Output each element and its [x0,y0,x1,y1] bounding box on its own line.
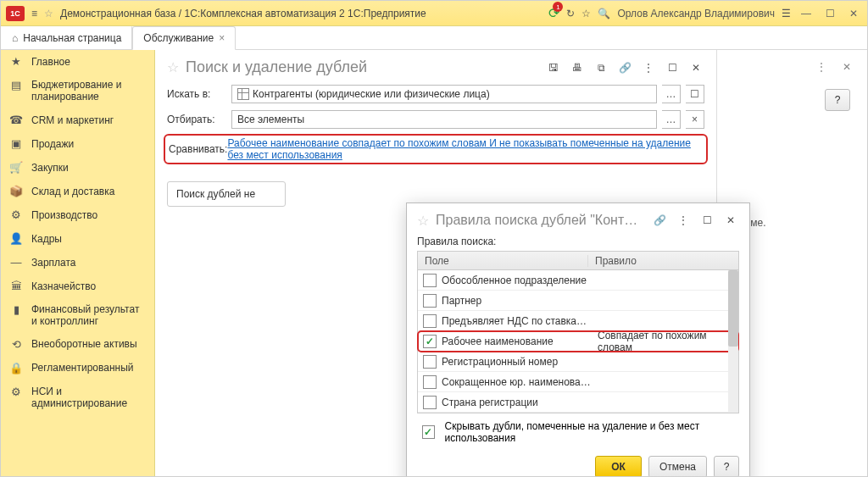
filter-input[interactable]: Все элементы [231,110,657,129]
page-help-button[interactable]: ? [825,89,850,111]
dialog-close-icon[interactable]: ✕ [722,212,739,229]
rule-checkbox[interactable] [423,355,437,369]
star-icon[interactable]: ☆ [581,8,591,19]
sidebar: ★Главное▤Бюджетирование и планирование☎C… [1,50,155,476]
sidebar-icon: 🔒 [9,362,23,375]
rule-rule: Совпадает по похожим словам [591,330,738,353]
sidebar-item[interactable]: ▤Бюджетирование и планирование [1,74,154,108]
rule-row[interactable]: Регистрационный номер [418,352,738,372]
rule-field: Страна регистрации [442,397,591,408]
panel-close-icon[interactable]: ✕ [687,59,704,76]
sidebar-item[interactable]: 🏛Казначейство [1,275,154,298]
sidebar-icon: ★ [9,55,23,69]
dialog-help-button[interactable]: ? [714,456,739,477]
rule-row[interactable]: Страна регистрации [418,392,738,413]
sidebar-item-label: Бюджетирование и планирование [31,79,146,103]
col-rule-header[interactable]: Правило [587,255,726,267]
titlebar: 1C ≡ ☆ Демонстрационная база / 1С:Компле… [1,1,867,26]
search-in-ellipsis[interactable]: … [662,85,681,103]
rule-checkbox[interactable] [423,335,437,348]
app-logo: 1C [6,6,25,21]
dialog-window-icon[interactable]: ☐ [698,212,715,229]
sidebar-icon: 🛒 [9,161,23,175]
sidebar-item[interactable]: ★Главное [1,50,154,74]
more-icon[interactable]: ⋮ [813,58,830,75]
link-icon[interactable]: 🔗 [616,59,633,76]
rule-checkbox[interactable] [423,314,437,328]
favorite-icon[interactable]: ☆ [44,8,53,19]
dialog-more-icon[interactable]: ⋮ [675,212,692,229]
rule-row[interactable]: Сокращенное юр. наименование [418,372,738,392]
dialog-link-icon[interactable]: 🔗 [651,212,668,229]
filter-ellipsis[interactable]: … [662,110,681,129]
rule-field: Предъявляет НДС по ставкам 4% … [442,315,591,327]
rule-row[interactable]: Обособленное подразделение [418,270,738,291]
page-tools: ⋮ ✕ [813,58,855,75]
tab-home[interactable]: ⌂ Начальная страница [1,26,132,49]
close-page-icon[interactable]: ✕ [838,58,855,75]
rule-checkbox[interactable] [423,274,437,287]
filter-clear[interactable]: × [686,110,704,129]
col-field-header[interactable]: Поле [418,255,587,267]
compare-link[interactable]: Рабочее наименование совпадает по похожи… [227,137,703,161]
notification-icon[interactable]: ⟳ [548,5,559,21]
hamburger-icon[interactable]: ≡ [31,8,37,19]
rule-field: Рабочее наименование [442,336,591,347]
rule-checkbox[interactable] [423,375,437,389]
cancel-button[interactable]: Отмена [648,456,707,477]
sidebar-item[interactable]: 🛒Закупки [1,156,154,180]
panel1-title: Поиск и удаление дублей [186,58,367,76]
rules-table: Поле Правило Обособленное подразделениеП… [417,251,739,413]
rule-row[interactable]: Партнер [418,291,738,311]
tab-close-icon[interactable]: × [219,32,225,44]
sidebar-icon: ▤ [9,79,23,92]
sidebar-item[interactable]: ▣Продажи [1,132,154,156]
search-in-input[interactable]: Контрагенты (юридические или физические … [231,85,657,103]
copy-icon[interactable]: ⧉ [593,59,609,76]
search-in-dropdown[interactable]: ☐ [686,85,704,103]
sidebar-item-label: Казначейство [31,280,96,292]
maximize-icon[interactable]: ☐ [821,5,838,22]
sidebar-icon: 👤 [9,232,23,246]
search-icon[interactable]: 🔍 [598,8,610,19]
panel-star-icon[interactable]: ☆ [167,59,179,75]
save-icon[interactable]: 🖫 [545,59,562,76]
minimize-icon[interactable]: — [798,5,815,22]
sidebar-item[interactable]: —Зарплата [1,251,154,275]
print-icon[interactable]: 🖶 [569,59,586,76]
scrollbar-thumb[interactable] [728,270,738,347]
sidebar-item[interactable]: ⚙Производство [1,203,154,227]
tab-home-label: Начальная страница [23,32,121,44]
sidebar-item[interactable]: 👤Кадры [1,227,154,251]
hide-duplicates-checkbox[interactable] [422,425,435,439]
sidebar-item-label: Внеоборотные активы [31,338,137,350]
user-menu-icon[interactable]: ☰ [782,8,791,19]
titlebar-right: ⟳ ↻ ☆ 🔍 Орлов Александр Владимирович ☰ —… [548,5,862,22]
rule-row[interactable]: Предъявляет НДС по ставкам 4% … [418,311,738,331]
sidebar-item[interactable]: 🔒Регламентированный [1,357,154,380]
sidebar-item-label: CRM и маркетинг [31,114,114,126]
sidebar-item[interactable]: ⚙НСИ и администрирование [1,380,154,415]
sidebar-item[interactable]: ☎CRM и маркетинг [1,108,154,132]
rule-checkbox[interactable] [423,396,437,409]
sidebar-item[interactable]: ⟲Внеоборотные активы [1,333,154,357]
ok-button[interactable]: ОК [595,456,642,477]
history-icon[interactable]: ↻ [566,8,575,19]
sidebar-item[interactable]: 📦Склад и доставка [1,180,154,203]
rules-dialog: ☆ Правила поиска дублей "Контрагент… 🔗 ⋮… [406,202,750,477]
sidebar-item-label: Главное [31,56,70,68]
dialog-star-icon[interactable]: ☆ [417,213,429,229]
sidebar-icon: ⟲ [9,338,23,352]
user-name[interactable]: Орлов Александр Владимирович [617,8,775,19]
rule-field: Сокращенное юр. наименование [442,376,591,388]
scrollbar-track[interactable] [728,270,738,413]
more-icon[interactable]: ⋮ [640,59,657,76]
close-icon[interactable]: ✕ [845,5,862,22]
window-icon[interactable]: ☐ [664,59,681,76]
rule-row[interactable]: Рабочее наименованиеСовпадает по похожим… [418,331,738,352]
window-title: Демонстрационная база / 1С:Комплексная а… [60,8,548,19]
rule-checkbox[interactable] [423,294,437,308]
sidebar-item-label: НСИ и администрирование [31,385,146,410]
tab-maintenance[interactable]: Обслуживание × [132,26,236,50]
sidebar-item[interactable]: ▮Финансовый результат и контроллинг [1,298,154,333]
